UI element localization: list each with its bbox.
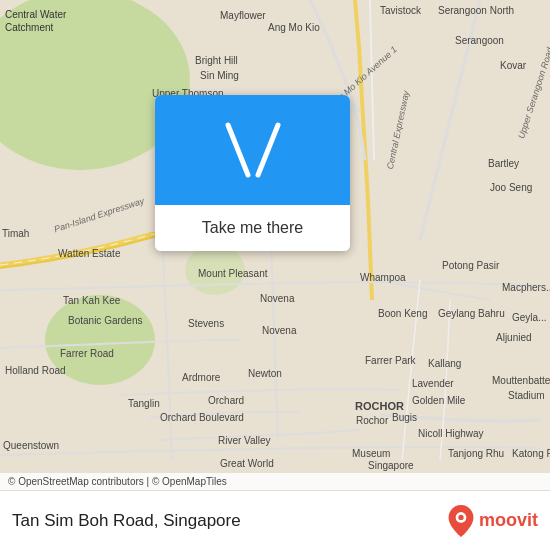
svg-point-2 <box>45 295 155 385</box>
moovit-pin-icon <box>447 505 475 537</box>
location-text: Tan Sim Boh Road, Singapore <box>12 511 241 531</box>
svg-point-3 <box>185 245 245 295</box>
map-container[interactable]: Central WaterCatchment Mayflower Ang Mo … <box>0 0 550 490</box>
attribution-bar: © OpenStreetMap contributors | © OpenMap… <box>0 473 550 490</box>
svg-line-4 <box>228 125 248 175</box>
app: Central WaterCatchment Mayflower Ang Mo … <box>0 0 550 550</box>
moovit-logo: moovit <box>447 505 538 537</box>
moovit-wordmark: moovit <box>479 510 538 531</box>
take-me-there-button[interactable]: Take me there <box>155 205 350 251</box>
bottom-bar: Tan Sim Boh Road, Singapore moovit <box>0 490 550 550</box>
popup-image <box>155 95 350 205</box>
svg-line-5 <box>258 125 278 175</box>
popup-card: Take me there <box>155 95 350 251</box>
road-icon <box>213 115 293 185</box>
svg-point-7 <box>458 514 463 519</box>
